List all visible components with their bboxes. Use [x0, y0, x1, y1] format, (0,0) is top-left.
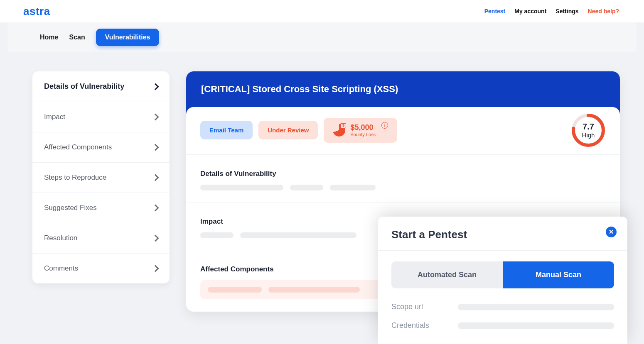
scope-url-input[interactable]	[458, 304, 614, 310]
chevron-right-icon	[152, 114, 159, 121]
vuln-section-nav: Details of Vulnerability Impact Affected…	[32, 71, 170, 283]
pie-chart-icon	[333, 124, 345, 137]
side-item-label: Comments	[44, 264, 78, 273]
info-icon[interactable]: i	[381, 122, 388, 129]
side-item-suggested-fixes[interactable]: Suggested Fixes	[32, 193, 170, 223]
side-item-impact[interactable]: Impact	[32, 102, 170, 132]
chevron-right-icon	[152, 174, 159, 181]
vuln-pill-row: Email Team Under Review $5,000 Bounty Lo…	[200, 118, 606, 143]
side-item-label: Steps to Reproduce	[44, 173, 106, 182]
placeholder-line	[268, 287, 360, 293]
side-item-label: Affected Components	[44, 143, 112, 151]
chevron-right-icon	[152, 265, 159, 272]
nav-settings[interactable]: Settings	[556, 8, 578, 15]
segment-automated-scan[interactable]: Automated Scan	[391, 261, 503, 288]
placeholder-line	[200, 232, 234, 238]
tab-scan[interactable]: Scan	[69, 34, 85, 41]
placeholder-line	[240, 232, 356, 238]
status-badge[interactable]: Under Review	[258, 121, 318, 139]
segment-manual-scan[interactable]: Manual Scan	[503, 261, 614, 288]
cvss-score: 7.7	[583, 122, 594, 132]
bounty-amount: $5,000	[350, 124, 376, 132]
side-item-comments[interactable]: Comments	[32, 254, 170, 283]
tab-home[interactable]: Home	[40, 34, 58, 41]
bounty-loss-badge: $5,000 Bounty Loss i	[324, 118, 397, 143]
chevron-right-icon	[152, 83, 159, 90]
form-row-scope-url: Scope url	[391, 303, 614, 311]
severity-label: High	[582, 132, 595, 139]
divider	[378, 250, 627, 251]
divider	[186, 154, 620, 155]
section-heading: Details of Vulnerability	[200, 170, 606, 178]
side-item-label: Resolution	[44, 234, 77, 242]
placeholder-line	[200, 185, 283, 190]
form-row-credentials: Credentials	[391, 321, 614, 330]
nav-need-help[interactable]: Need help?	[588, 8, 619, 15]
brand-logo: astra	[23, 5, 50, 18]
start-pentest-modal: Start a Pentest ✕ Automated Scan Manual …	[378, 217, 627, 344]
nav-pentest[interactable]: Pentest	[484, 8, 506, 15]
chevron-right-icon	[152, 205, 159, 212]
top-nav: Pentest My account Settings Need help?	[484, 8, 619, 15]
placeholder-line	[290, 185, 323, 190]
modal-title: Start a Pentest	[391, 228, 614, 241]
side-item-details[interactable]: Details of Vulnerability	[32, 71, 170, 102]
severity-gauge: 7.7 High	[571, 113, 606, 148]
bounty-sub: Bounty Loss	[350, 132, 376, 137]
bounty-text: $5,000 Bounty Loss	[350, 124, 376, 137]
nav-my-account[interactable]: My account	[514, 8, 546, 15]
side-item-resolution[interactable]: Resolution	[32, 223, 170, 254]
side-item-affected-components[interactable]: Affected Components	[32, 132, 170, 163]
close-icon[interactable]: ✕	[606, 227, 617, 237]
placeholder-line	[330, 185, 376, 190]
placeholder-line	[208, 287, 262, 293]
scan-type-segmented: Automated Scan Manual Scan	[391, 261, 614, 288]
field-label: Credentials	[391, 321, 445, 330]
chevron-right-icon	[152, 144, 159, 151]
tab-vulnerabilities[interactable]: Vulnerabilities	[96, 29, 160, 46]
divider	[186, 202, 620, 202]
top-bar: astra Pentest My account Settings Need h…	[0, 0, 644, 22]
sub-nav: Home Scan Vulnerabilities	[7, 22, 637, 52]
email-team-button[interactable]: Email Team	[200, 121, 253, 139]
field-label: Scope url	[391, 303, 445, 311]
side-item-steps-to-reproduce[interactable]: Steps to Reproduce	[32, 163, 170, 193]
chevron-right-icon	[152, 235, 159, 242]
side-item-label: Details of Vulnerability	[44, 82, 124, 91]
section-details: Details of Vulnerability	[200, 170, 606, 190]
side-item-label: Suggested Fixes	[44, 204, 97, 212]
side-item-label: Impact	[44, 113, 65, 121]
credentials-input[interactable]	[458, 322, 614, 329]
